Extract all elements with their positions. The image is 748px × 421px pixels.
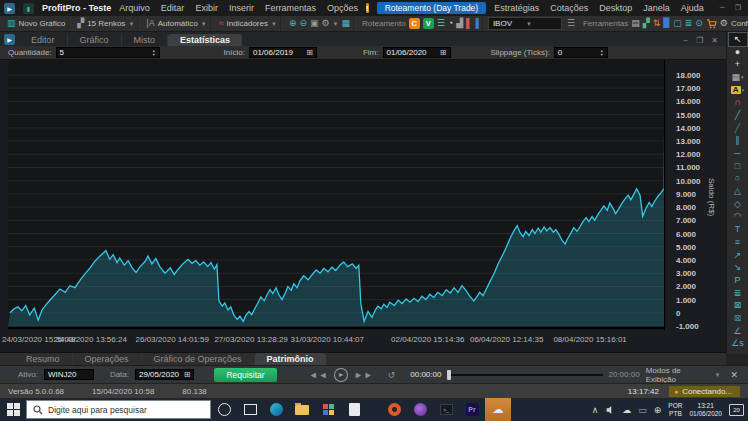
drawing-tool-button[interactable]: □ [729,160,747,173]
start-date-input[interactable]: 01/06/2019 ⊞ [249,47,317,58]
tab[interactable]: Editor [19,34,68,46]
drawing-tool-button[interactable]: ↖ [729,33,747,46]
drawing-tool-button[interactable]: ↘ [729,261,747,274]
bar-chart-icon[interactable]: ▟ [456,19,463,28]
slider-thumb[interactable] [447,370,451,380]
rewind-icon[interactable]: ◄◄ [309,370,329,380]
menu-item[interactable]: Arquivo [119,3,150,13]
cortana-button[interactable] [211,398,237,421]
store-button[interactable] [315,398,341,421]
tab[interactable]: Patrimônio [255,353,326,365]
calendar-icon[interactable]: ⊞ [440,48,447,57]
file-explorer-button[interactable] [289,398,315,421]
gear-icon[interactable]: ⚙ [720,19,728,28]
zoom-in-icon[interactable]: ⊕ [289,19,297,28]
reset-icon[interactable]: ↺ [388,370,397,380]
chart-window-icon[interactable]: ▢ [673,19,682,28]
cart-icon[interactable] [706,19,717,29]
quantity-input[interactable]: 5 ▲▼ [56,47,160,58]
routing-daytrade-button[interactable]: Roteamento (Day Trade) [377,2,487,14]
network-globe-icon[interactable]: ⊕ [654,405,662,415]
sell-button[interactable]: V [423,18,434,29]
menu-item[interactable]: Opções [327,3,358,13]
connection-status-button[interactable]: ● Conectando... [669,386,740,397]
date-input[interactable]: 29/05/2020 ⊞ [135,369,194,380]
drawing-tool-button[interactable]: ╱ [729,109,747,122]
pie-chart-icon[interactable]: ◔ [448,19,453,28]
buy-button[interactable]: C [409,18,420,29]
drawing-tool-button[interactable]: ● [729,46,747,59]
request-button[interactable]: Requisitar [214,368,276,382]
spinner-arrows[interactable]: ▲▼ [152,49,156,57]
book-icon[interactable]: ▌▐ [466,19,479,28]
drawing-tool-button[interactable]: ∠s [729,338,747,351]
drawing-tool-button[interactable]: ─ [729,147,747,160]
transfer-tool-icon[interactable]: ⇅ [653,19,661,28]
zoom-out-icon[interactable]: ⊖ [299,19,307,28]
tab[interactable]: Estatísticas [168,34,242,46]
timeframe-dropdown[interactable]: ▞ 15 Renkos ▼ [74,16,138,31]
drawing-tool-button[interactable]: A ▾ [729,84,747,97]
speaker-icon[interactable] [605,405,615,415]
mdi-window-controls[interactable]: ─ ❐ ✕ [720,4,748,12]
settings-label[interactable]: Configurações [731,19,748,28]
menu-item[interactable]: Ferramentas [265,3,316,13]
language-indicator[interactable]: PORPTB [668,402,682,418]
monitor-icon[interactable]: ▭ [638,405,647,415]
drawing-tool-button[interactable]: ≣ [729,287,747,300]
tab[interactable]: Resumo [14,353,73,365]
hidden-icons-chevron[interactable]: ∧ [592,405,599,415]
drawing-tool-button[interactable]: T [729,223,747,236]
task-view-button[interactable] [237,398,263,421]
drawing-tool-button[interactable]: ▦ ▾ [729,71,747,84]
fast-forward-icon[interactable]: ►► [354,370,374,380]
window-tool-icon[interactable]: ▤ [631,19,640,28]
mode-dropdown[interactable]: |A Automático ▼ [143,16,210,31]
tab[interactable]: Operações [73,353,142,365]
calculator-button[interactable] [341,398,367,421]
slippage-input[interactable]: 0 ▲▼ [554,47,608,58]
drawing-tool-button[interactable]: ○ [729,173,747,186]
watchlist-icon[interactable]: ☰ [567,19,575,28]
chart-settings-icon[interactable]: ⚙ [322,19,330,28]
drawing-tool-button[interactable]: + [729,58,747,71]
premiere-button[interactable]: Pr [459,398,485,421]
active-app-button[interactable]: ☁ [485,398,511,421]
menu-item[interactable]: Ajuda [681,3,704,13]
slider-track[interactable] [447,374,602,376]
order-book-icon[interactable]: ☰ [437,19,445,28]
tab[interactable]: Gráfico de Operações [142,353,255,365]
menu-item[interactable]: Inserir [229,3,254,13]
end-date-input[interactable]: 01/06/2020 ⊞ [383,47,451,58]
symbol-select[interactable]: IBOV ▼ [488,17,562,30]
indicators-dropdown[interactable]: ≈ Indicadores ▼ [216,16,281,31]
mdi-child-controls[interactable]: −❐✕ [683,36,724,46]
levels-icon[interactable]: ≣ [685,19,693,28]
panel-tool-icon[interactable]: ▉ [663,19,670,28]
drawing-tool-button[interactable]: △ [729,185,747,198]
drawing-tool-button[interactable]: ⊠ [729,312,747,325]
menu-item[interactable]: Estratégias [494,3,539,13]
drawing-tool-button[interactable]: P [729,274,747,287]
taskbar-clock[interactable]: 13:2101/06/2020 [689,402,722,418]
spinner-arrows[interactable]: ▲▼ [600,49,604,57]
drawing-tool-button[interactable]: ≡ [729,236,747,249]
app-button-1[interactable] [381,398,407,421]
drawing-tool-button[interactable]: ◇ [729,198,747,211]
play-button[interactable]: ► [334,368,347,382]
start-button[interactable] [0,398,26,421]
area-chart-plot[interactable] [8,60,665,330]
menu-item[interactable]: Exibir [195,3,218,13]
grid-layout-icon[interactable]: ▦ [342,19,351,28]
calendar-icon[interactable]: ⊞ [306,48,313,57]
drawing-tool-button[interactable]: ◠ [729,211,747,224]
blocks-tool-icon[interactable]: ▞ [643,19,650,28]
drawing-tool-button[interactable]: ∠ [729,325,747,338]
edge-button[interactable] [263,398,289,421]
taskbar-search-input[interactable]: Digite aqui para pesquisar [26,400,211,419]
terminal-button[interactable]: >_ [433,398,459,421]
drawing-tool-button[interactable]: ↗ [729,249,747,262]
app-button-2[interactable] [407,398,433,421]
close-icon[interactable]: ✕ [730,370,738,380]
new-chart-button[interactable]: ▥ Novo Gráfico [4,16,69,31]
